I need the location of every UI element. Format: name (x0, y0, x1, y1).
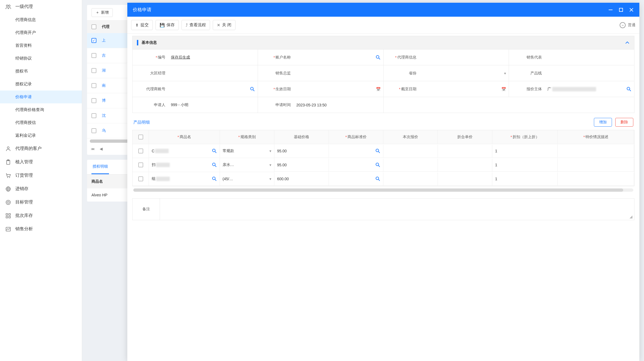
close-button[interactable]: ✕关 闭 (213, 20, 235, 30)
nav-parent[interactable]: 订货管理 (0, 169, 82, 182)
input-special-desc[interactable] (560, 149, 631, 153)
chevron-up-icon[interactable] (625, 40, 630, 45)
input-std-price[interactable] (332, 149, 380, 153)
input-province[interactable] (422, 71, 506, 75)
chevron-down-icon[interactable]: ▾ (504, 71, 506, 75)
close-icon[interactable] (629, 7, 634, 12)
row-checkbox[interactable] (91, 68, 96, 73)
detail-hscrollbar[interactable] (133, 188, 633, 192)
row-checkbox[interactable] (91, 98, 96, 103)
chart-icon (5, 226, 12, 232)
search-icon[interactable] (376, 55, 381, 60)
cell-name: 扫 (152, 162, 156, 167)
input-special-desc[interactable] (560, 163, 631, 167)
label-agent-info: 代理商信息 (397, 55, 416, 60)
row-checkbox[interactable] (138, 176, 143, 181)
row-checkbox[interactable] (91, 113, 96, 118)
search-icon[interactable] (375, 149, 380, 153)
view-flow-button[interactable]: ⤴查看流程 (182, 20, 210, 30)
page-first-icon[interactable]: ⏮ (91, 147, 95, 151)
nav-child[interactable]: 代理商信息 (0, 13, 82, 26)
field-quote-entity: 报价主体 广 (509, 81, 634, 97)
nav-child[interactable]: 价格申请 (0, 91, 82, 103)
input-sales-rep[interactable] (547, 55, 631, 60)
search-icon[interactable] (250, 87, 255, 92)
detail-row: 扫亲水…▾95.001 (133, 158, 634, 172)
search-icon[interactable] (212, 176, 217, 181)
calendar-icon[interactable]: 📅 (376, 87, 381, 91)
detail-delete-button[interactable]: 删除 (615, 118, 633, 127)
input-std-price[interactable] (332, 177, 380, 181)
search-icon[interactable] (375, 176, 380, 181)
row-checkbox[interactable] (138, 149, 143, 153)
nav-parent[interactable]: 一级代理 (0, 0, 82, 13)
input-sales-dir[interactable] (296, 71, 380, 75)
search-icon[interactable] (375, 162, 380, 167)
nav-parent[interactable]: 代理商的客户 (0, 142, 82, 155)
nav-parent[interactable]: 目标管理 (0, 196, 82, 209)
nav-child[interactable]: 首营资料 (0, 39, 82, 52)
row-checkbox[interactable] (138, 162, 143, 167)
detail-add-button[interactable]: 增加 (594, 118, 612, 127)
field-product-line: 产品线 (509, 65, 634, 81)
sub-tab[interactable]: 授权明细 (91, 160, 109, 174)
page-prev-icon[interactable]: ◀ (100, 147, 103, 151)
nav-child[interactable]: 代理商开户 (0, 26, 82, 39)
save-button[interactable]: 💾保存 (156, 20, 179, 30)
add-button[interactable]: ＋ 新增 (91, 8, 113, 17)
nav-parent[interactable]: 植入管理 (0, 155, 82, 169)
chevron-down-icon[interactable]: ▾ (269, 177, 271, 181)
minimize-icon[interactable] (608, 7, 613, 12)
input-agent-info[interactable] (422, 55, 506, 60)
input-agent-acct[interactable] (171, 87, 255, 91)
row-text: 南 (102, 83, 106, 88)
input-std-price[interactable] (332, 163, 380, 167)
row-checkbox[interactable] (91, 83, 96, 88)
price-request-modal: 价格申请 ⬆提交 💾保存 ⤴查看流程 ✕关 闭 − 普通 基本信息 *编号 (127, 3, 639, 361)
mode-chip[interactable]: − 普通 (620, 22, 636, 28)
input-this-quote[interactable] (386, 149, 435, 153)
nav-parent[interactable]: 销售分析 (0, 222, 82, 236)
nav-child[interactable]: 经销协议 (0, 52, 82, 65)
nav-parent[interactable]: 批次库存 (0, 209, 82, 222)
input-unit-price[interactable] (441, 177, 489, 181)
chevron-down-icon[interactable]: ▾ (269, 163, 271, 167)
nav-child[interactable]: 授权记录 (0, 78, 82, 91)
header-checkbox[interactable] (91, 24, 96, 29)
submit-button[interactable]: ⬆提交 (131, 20, 153, 30)
input-product-line[interactable] (547, 71, 631, 75)
input-region-mgr[interactable] (171, 71, 255, 75)
nav-child[interactable]: 代理商价格查询 (0, 103, 82, 116)
maximize-icon[interactable] (619, 7, 623, 12)
nav-parent[interactable]: 进销存 (0, 182, 82, 196)
row-checkbox[interactable] (91, 53, 96, 58)
input-this-quote[interactable] (386, 177, 435, 181)
search-icon[interactable] (212, 162, 217, 167)
detail-hscrollbar-thumb[interactable] (133, 188, 623, 192)
input-end-date[interactable] (422, 87, 506, 91)
input-acct-name[interactable] (296, 55, 380, 60)
label-sales-rep: 销售代表 (527, 55, 542, 60)
remark-textarea[interactable] (163, 201, 631, 217)
input-special-desc[interactable] (560, 177, 631, 181)
chevron-down-icon[interactable]: ▾ (269, 149, 271, 153)
input-unit-price[interactable] (441, 163, 489, 167)
row-checkbox[interactable] (91, 128, 96, 133)
detail-tab[interactable]: 产品明细 (133, 120, 150, 125)
input-this-quote[interactable] (386, 163, 435, 167)
calendar-icon[interactable]: 📅 (501, 87, 506, 91)
input-eff-date[interactable] (296, 87, 380, 91)
input-unit-price[interactable] (441, 149, 489, 153)
redacted-text (156, 177, 170, 181)
search-icon[interactable] (212, 149, 217, 153)
svg-line-39 (378, 179, 380, 181)
label-eff-date: 生效日期 (275, 87, 291, 92)
resize-grip-icon[interactable]: ◢ (629, 214, 633, 219)
nav-child[interactable]: 授权书 (0, 65, 82, 78)
row-checkbox[interactable]: ✓ (91, 38, 96, 43)
search-icon[interactable] (626, 87, 631, 92)
redacted-text (156, 163, 170, 167)
nav-child[interactable]: 返利金记录 (0, 129, 82, 142)
nav-child[interactable]: 代理商授信 (0, 116, 82, 129)
header-checkbox[interactable] (138, 135, 143, 139)
